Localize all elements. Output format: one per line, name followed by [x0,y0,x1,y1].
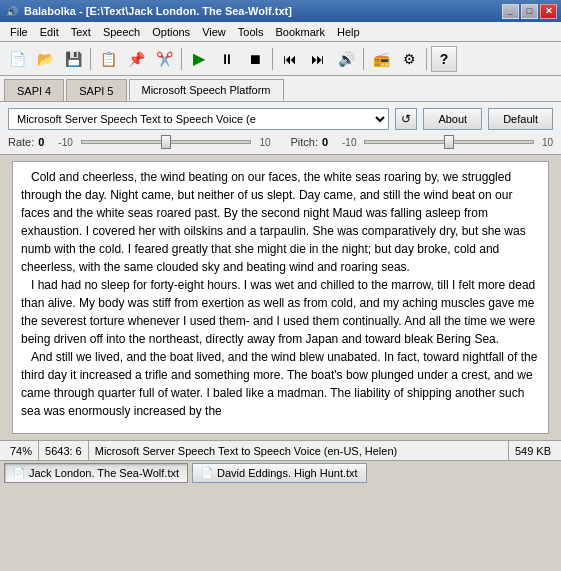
zoom-status: 74% [4,441,39,460]
separator-2 [181,48,182,70]
pause-button[interactable]: ⏸ [214,46,240,72]
position-status: 5643: 6 [39,441,89,460]
tabs-bar: SAPI 4 SAPI 5 Microsoft Speech Platform [0,76,561,102]
taskbar: 📄 Jack London. The Sea-Wolf.txt 📄 David … [0,460,561,484]
task-btn-highhunt[interactable]: 📄 David Eddings. High Hunt.txt [192,463,367,483]
app-icon: 🔊 [4,3,20,19]
menu-file[interactable]: File [4,22,34,41]
menu-help[interactable]: Help [331,22,366,41]
menu-tools[interactable]: Tools [232,22,270,41]
tab-sapi4[interactable]: SAPI 4 [4,79,64,101]
paste-button[interactable]: 📌 [123,46,149,72]
tab-sapi5[interactable]: SAPI 5 [66,79,126,101]
about-button[interactable]: About [423,108,482,130]
play-button[interactable]: ▶ [186,46,212,72]
copy-button[interactable]: 📋 [95,46,121,72]
pitch-value: 0 [322,136,338,148]
pitch-slider-group: Pitch: 0 -10 10 [291,136,554,148]
maximize-button[interactable]: □ [521,4,538,19]
pitch-min: -10 [342,137,356,148]
export2-button[interactable]: 📻 [368,46,394,72]
task-label-2: David Eddings. High Hunt.txt [217,467,358,479]
menu-bar: File Edit Text Speech Options View Tools… [0,22,561,42]
task-icon-2: 📄 [201,467,213,478]
menu-view[interactable]: View [196,22,232,41]
title-bar: 🔊 Balabolka - [E:\Text\Jack London. The … [0,0,561,22]
separator-4 [363,48,364,70]
menu-bookmark[interactable]: Bookmark [269,22,331,41]
rate-min: -10 [58,137,72,148]
save-button[interactable]: 💾 [60,46,86,72]
voice-status: Microsoft Server Speech Text to Speech V… [89,441,509,460]
rate-slider-group: Rate: 0 -10 10 [8,136,271,148]
rate-max: 10 [259,137,270,148]
menu-text[interactable]: Text [65,22,97,41]
status-bar: 74% 5643: 6 Microsoft Server Speech Text… [0,440,561,460]
rewind-button[interactable]: ⏮ [277,46,303,72]
refresh-button[interactable]: ↺ [395,108,417,130]
task-label-1: Jack London. The Sea-Wolf.txt [29,467,179,479]
settings-button[interactable]: ⚙ [396,46,422,72]
cut-button[interactable]: ✂️ [151,46,177,72]
pitch-max: 10 [542,137,553,148]
rate-track [81,140,252,144]
menu-speech[interactable]: Speech [97,22,146,41]
separator-5 [426,48,427,70]
separator-3 [272,48,273,70]
help-button[interactable]: ? [431,46,457,72]
new-button[interactable]: 📄 [4,46,30,72]
task-icon-1: 📄 [13,467,25,478]
rate-thumb[interactable] [161,135,171,149]
rate-value: 0 [38,136,54,148]
voice-row: Microsoft Server Speech Text to Speech V… [8,108,553,130]
pitch-thumb[interactable] [444,135,454,149]
window-controls: _ □ ✕ [502,4,557,19]
voice-select[interactable]: Microsoft Server Speech Text to Speech V… [8,108,389,130]
text-content[interactable]: Cold and cheerless, the wind beating on … [12,161,549,434]
forward-button[interactable]: ⏭ [305,46,331,72]
default-button[interactable]: Default [488,108,553,130]
task-btn-seawolf[interactable]: 📄 Jack London. The Sea-Wolf.txt [4,463,188,483]
stop-button[interactable]: ⏹ [242,46,268,72]
filesize-status: 549 KB [509,441,557,460]
title-text: Balabolka - [E:\Text\Jack London. The Se… [24,5,502,17]
open-button[interactable]: 📂 [32,46,58,72]
voice-panel: Microsoft Server Speech Text to Speech V… [0,102,561,155]
close-button[interactable]: ✕ [540,4,557,19]
export-button[interactable]: 🔊 [333,46,359,72]
separator-1 [90,48,91,70]
sliders-row: Rate: 0 -10 10 Pitch: 0 -10 10 [8,136,553,148]
rate-label: Rate: [8,136,34,148]
pitch-label: Pitch: [291,136,319,148]
menu-edit[interactable]: Edit [34,22,65,41]
menu-options[interactable]: Options [146,22,196,41]
tab-msp[interactable]: Microsoft Speech Platform [129,79,284,101]
pitch-track [364,140,533,144]
toolbar: 📄 📂 💾 📋 📌 ✂️ ▶ ⏸ ⏹ ⏮ ⏭ 🔊 📻 ⚙ ? [0,42,561,76]
minimize-button[interactable]: _ [502,4,519,19]
main-area: Cold and cheerless, the wind beating on … [0,155,561,440]
